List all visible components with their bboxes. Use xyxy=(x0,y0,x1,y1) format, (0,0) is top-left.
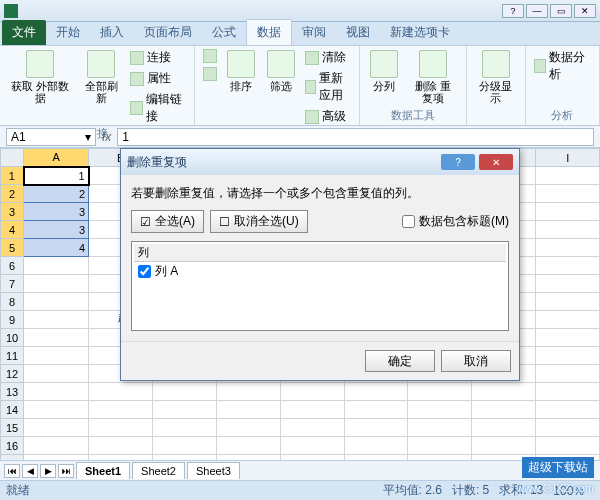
outline-button[interactable]: 分级显示 xyxy=(473,48,519,106)
refresh-all-button[interactable]: 全部刷新 xyxy=(78,48,124,106)
cancel-button[interactable]: 取消 xyxy=(441,350,511,372)
cell[interactable]: 3 xyxy=(24,221,89,239)
sheet-tab-bar: ⏮ ◀ ▶ ⏭ Sheet1 Sheet2 Sheet3 xyxy=(0,460,600,480)
help-button[interactable]: ? xyxy=(502,4,524,18)
dialog-title: 删除重复项 xyxy=(127,154,187,171)
formula-input[interactable]: 1 xyxy=(117,128,594,146)
row-header[interactable]: 6 xyxy=(1,257,24,275)
data-analysis-button[interactable]: 数据分析 xyxy=(532,48,593,84)
has-header-checkbox[interactable]: 数据包含标题(M) xyxy=(402,213,509,230)
ok-button[interactable]: 确定 xyxy=(365,350,435,372)
status-count: 计数: 5 xyxy=(452,482,489,499)
list-item[interactable]: 列 A xyxy=(134,262,506,281)
cell[interactable]: 2 xyxy=(24,185,89,203)
tab-data[interactable]: 数据 xyxy=(246,19,292,45)
connections-button[interactable]: 连接 xyxy=(128,48,188,67)
status-avg: 平均值: 2.6 xyxy=(383,482,442,499)
tab-view[interactable]: 视图 xyxy=(336,20,380,45)
advanced-filter-button[interactable]: 高级 xyxy=(303,107,352,126)
row-header[interactable]: 13 xyxy=(1,383,24,401)
cell[interactable]: 4 xyxy=(24,239,89,257)
tab-review[interactable]: 审阅 xyxy=(292,20,336,45)
clear-filter-button[interactable]: 清除 xyxy=(303,48,352,67)
row-header[interactable]: 15 xyxy=(1,419,24,437)
restore-button[interactable]: ▭ xyxy=(550,4,572,18)
row-header[interactable]: 4 xyxy=(1,221,24,239)
sort-asc-button[interactable] xyxy=(201,48,219,64)
tab-insert[interactable]: 插入 xyxy=(90,20,134,45)
status-ready: 就绪 xyxy=(6,482,30,499)
row-header[interactable]: 10 xyxy=(1,329,24,347)
sort-desc-button[interactable] xyxy=(201,66,219,82)
tab-layout[interactable]: 页面布局 xyxy=(134,20,202,45)
list-header: 列 xyxy=(134,244,506,262)
properties-button[interactable]: 属性 xyxy=(128,69,188,88)
filter-button[interactable]: 筛选 xyxy=(263,48,299,94)
row-header[interactable]: 3 xyxy=(1,203,24,221)
remove-duplicates-button[interactable]: 删除 重复项 xyxy=(406,48,460,106)
remove-duplicates-dialog: 删除重复项 ? ✕ 若要删除重复值，请选择一个或多个包含重复值的列。 ☑全选(A… xyxy=(120,148,520,381)
cell[interactable]: 3 xyxy=(24,203,89,221)
next-sheet-button[interactable]: ▶ xyxy=(40,464,56,478)
formula-bar: A1▾ fx 1 xyxy=(0,126,600,148)
tab-newtab[interactable]: 新建选项卡 xyxy=(380,20,460,45)
unselect-all-button[interactable]: ☐取消全选(U) xyxy=(210,210,308,233)
dialog-titlebar[interactable]: 删除重复项 ? ✕ xyxy=(121,149,519,175)
watermark-badge: 超级下载站 xyxy=(522,457,594,478)
last-sheet-button[interactable]: ⏭ xyxy=(58,464,74,478)
row-header[interactable]: 16 xyxy=(1,437,24,455)
prev-sheet-button[interactable]: ◀ xyxy=(22,464,38,478)
window-titlebar: ? — ▭ ✕ xyxy=(0,0,600,22)
watermark-url: www.CJXZ.com xyxy=(516,482,594,494)
row-header[interactable]: 7 xyxy=(1,275,24,293)
group-analysis-label: 分析 xyxy=(551,108,573,125)
ribbon: 获取 外部数据 全部刷新 连接 属性 编辑链接 连接 排序 筛选 清除 重新应用… xyxy=(0,46,600,126)
columns-listbox[interactable]: 列 列 A xyxy=(131,241,509,331)
app-icon xyxy=(4,4,18,18)
row-header[interactable]: 8 xyxy=(1,293,24,311)
tab-formula[interactable]: 公式 xyxy=(202,20,246,45)
cell[interactable]: 1 xyxy=(24,167,89,185)
sheet-tab[interactable]: Sheet2 xyxy=(132,462,185,479)
tab-file[interactable]: 文件 xyxy=(2,20,46,45)
name-box[interactable]: A1▾ xyxy=(6,128,96,146)
row-header[interactable]: 2 xyxy=(1,185,24,203)
col-header[interactable]: I xyxy=(536,149,600,167)
first-sheet-button[interactable]: ⏮ xyxy=(4,464,20,478)
row-header[interactable]: 11 xyxy=(1,347,24,365)
get-external-data-button[interactable]: 获取 外部数据 xyxy=(6,48,74,106)
select-all-corner[interactable] xyxy=(1,149,24,167)
sheet-tab[interactable]: Sheet3 xyxy=(187,462,240,479)
row-header[interactable]: 5 xyxy=(1,239,24,257)
text-to-columns-button[interactable]: 分列 xyxy=(366,48,402,94)
dialog-close-button[interactable]: ✕ xyxy=(479,154,513,170)
minimize-button[interactable]: — xyxy=(526,4,548,18)
fx-icon[interactable]: fx xyxy=(102,130,111,144)
chevron-down-icon[interactable]: ▾ xyxy=(85,130,91,144)
reapply-button[interactable]: 重新应用 xyxy=(303,69,352,105)
row-header[interactable]: 12 xyxy=(1,365,24,383)
column-checkbox[interactable] xyxy=(138,265,151,278)
row-header[interactable]: 1 xyxy=(1,167,24,185)
close-button[interactable]: ✕ xyxy=(574,4,596,18)
row-header[interactable]: 9 xyxy=(1,311,24,329)
sheet-tab[interactable]: Sheet1 xyxy=(76,462,130,479)
edit-links-button[interactable]: 编辑链接 xyxy=(128,90,188,126)
select-all-button[interactable]: ☑全选(A) xyxy=(131,210,204,233)
dialog-help-button[interactable]: ? xyxy=(441,154,475,170)
row-header[interactable]: 14 xyxy=(1,401,24,419)
status-bar: 就绪 平均值: 2.6 计数: 5 求和: 13 100% xyxy=(0,480,600,500)
tab-home[interactable]: 开始 xyxy=(46,20,90,45)
ribbon-tabs: 文件 开始 插入 页面布局 公式 数据 审阅 视图 新建选项卡 xyxy=(0,22,600,46)
dialog-message: 若要删除重复值，请选择一个或多个包含重复值的列。 xyxy=(131,185,509,202)
sort-button[interactable]: 排序 xyxy=(223,48,259,94)
col-header-A[interactable]: A xyxy=(24,149,89,167)
group-tools-label: 数据工具 xyxy=(391,108,435,125)
